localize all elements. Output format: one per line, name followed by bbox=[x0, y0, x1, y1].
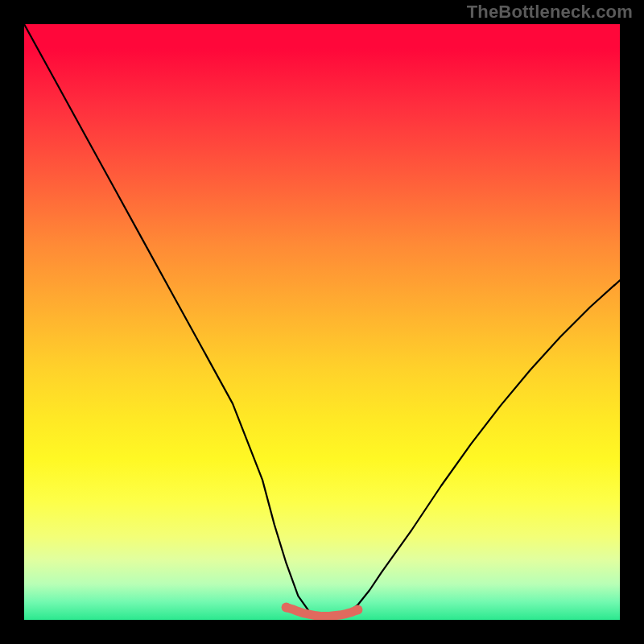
plot-area bbox=[24, 24, 620, 620]
curve-overlay bbox=[24, 24, 620, 620]
optimal-band-dot-left bbox=[282, 603, 291, 613]
optimal-band-dot-right bbox=[353, 605, 362, 614]
watermark-text: TheBottleneck.com bbox=[467, 2, 633, 23]
bottleneck-curve-line bbox=[24, 24, 620, 617]
optimal-band-line bbox=[287, 608, 358, 617]
chart-frame: TheBottleneck.com bbox=[0, 0, 644, 644]
